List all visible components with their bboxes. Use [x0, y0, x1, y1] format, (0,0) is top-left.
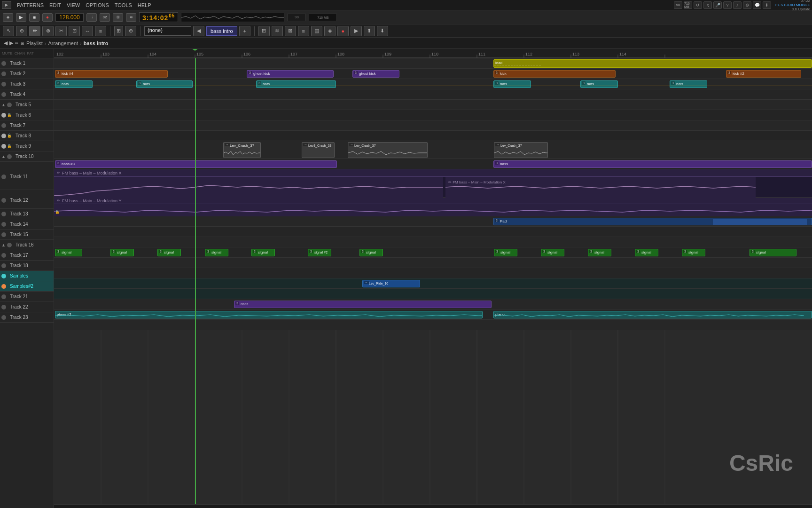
step-seq-btn[interactable]: ≋ — [272, 26, 283, 36]
clip-hats1[interactable]: 3 hats — [55, 80, 93, 88]
track-label-21[interactable]: Track 21 — [0, 292, 54, 302]
select-tool[interactable]: ⊡ — [69, 26, 80, 36]
track-label-23[interactable]: Track 23 — [0, 312, 54, 323]
loop-mode-btn[interactable]: ◈ — [3, 13, 13, 22]
clip-kick2[interactable]: 3 kick #2 — [726, 70, 801, 78]
track-row-4[interactable] — [54, 89, 812, 100]
clip-sig6[interactable]: 3 signal #2 — [308, 249, 331, 256]
track-1-mute[interactable] — [1, 61, 6, 66]
nav-back[interactable]: ◀ — [4, 40, 8, 46]
pattern-add[interactable]: + — [239, 26, 250, 36]
clip-hats2[interactable]: 3 hats — [136, 80, 193, 88]
clip-sig13[interactable]: 3 signal — [750, 249, 796, 256]
track-label-10[interactable]: ▲ Track 10 — [0, 151, 54, 162]
clip-crash3[interactable]: → Lev_Crash_37 — [348, 142, 428, 158]
clip-piano2[interactable]: piano #2 — [55, 311, 483, 318]
samples-dot[interactable] — [1, 274, 6, 278]
track-22-mute[interactable] — [1, 305, 6, 310]
track-label-5[interactable]: ▲ Track 5 — [0, 100, 54, 110]
plugin-btn[interactable]: ◈ — [324, 26, 336, 36]
settings-btn[interactable]: ⚙ — [743, 1, 751, 9]
track-9-mute[interactable] — [1, 144, 6, 149]
track-label-16[interactable]: ▲ Track 16 — [0, 240, 54, 250]
snap-btn[interactable]: ⊞ — [113, 13, 123, 22]
track-row-11[interactable]: ✏ FM bass – Main – Modulation X ✏ FM bas… — [54, 169, 812, 198]
draw-tool[interactable]: ✏ — [29, 26, 40, 36]
track-row-17[interactable] — [54, 258, 812, 268]
pattern-btn[interactable]: 32 — [100, 13, 110, 22]
track-row-5[interactable] — [54, 100, 812, 110]
track-row-16[interactable]: 3 signal 3 signal 3 signal 3 signal 3 — [54, 247, 812, 258]
track-row-samples2[interactable] — [54, 289, 812, 299]
track-row-samples[interactable]: → Lev_Ride_10 — [54, 278, 812, 289]
track-label-6[interactable]: 🔒 Track 6 — [0, 110, 54, 120]
clip-kick-main[interactable]: 3 kick — [493, 70, 616, 78]
track-row-15[interactable] — [54, 237, 812, 247]
clip-sig3[interactable]: 3 signal — [157, 249, 181, 256]
wave-btn[interactable]: ≋ — [126, 13, 136, 22]
clip-sig4[interactable]: 3 signal — [205, 249, 228, 256]
track-label-samples2[interactable]: Samples#2 — [0, 281, 54, 292]
breadcrumb-arrangement[interactable]: Arrangement — [48, 40, 78, 46]
track-6-mute[interactable] — [1, 113, 6, 118]
bpm-display[interactable]: 128.000 — [55, 13, 84, 22]
clip-sig11[interactable]: 3 signal — [635, 249, 658, 256]
track-10-mute[interactable] — [7, 154, 12, 159]
clip-ghost2[interactable]: 3 ghost kick — [352, 70, 399, 78]
track-row-1[interactable]: lead — [54, 58, 812, 69]
clip-sig5[interactable]: 3 signal — [251, 249, 275, 256]
track-row-21[interactable]: 3 riser — [54, 299, 812, 310]
browser-btn[interactable]: ▤ — [311, 26, 322, 36]
track-label-2[interactable]: Track 2 — [0, 69, 54, 79]
menu-view[interactable]: VIEW — [67, 2, 80, 8]
track-14-mute[interactable] — [1, 222, 6, 227]
menu-help[interactable]: HELP — [138, 2, 151, 8]
clip-sig8[interactable]: 3 signal — [494, 249, 517, 256]
clip-sig2[interactable]: 3 signal — [110, 249, 134, 256]
menu-tools[interactable]: TOOLS — [115, 2, 132, 8]
track-label-3[interactable]: Track 3 — [0, 79, 54, 89]
track-label-8[interactable]: 🔒 Track 8 — [0, 131, 54, 141]
track-row-10[interactable]: 3 bass #3 3 bass — [54, 159, 812, 169]
track-row-7[interactable] — [54, 120, 812, 131]
track-label-13[interactable]: Track 13 — [0, 209, 54, 219]
import-btn[interactable]: ⬇ — [377, 26, 388, 36]
track-8-mute[interactable] — [1, 134, 6, 138]
pattern-prev[interactable]: ◀ — [193, 26, 204, 36]
magnet-btn[interactable]: ⊕ — [125, 26, 136, 36]
menu-options[interactable]: OPTIONS — [86, 2, 109, 8]
export-btn[interactable]: ⬆ — [364, 26, 375, 36]
track-4-mute[interactable] — [1, 92, 6, 97]
samples2-dot[interactable] — [1, 284, 6, 289]
clip-hats3[interactable]: 3 hats — [256, 80, 336, 88]
mic-btn[interactable]: 🎤 — [713, 1, 722, 9]
track-5-arrow[interactable]: ▲ — [1, 103, 6, 107]
track-16-mute[interactable] — [7, 243, 12, 247]
track-label-15[interactable]: Track 15 — [0, 230, 54, 240]
track-16-arrow[interactable]: ▲ — [1, 243, 6, 247]
refresh-btn[interactable]: ↺ — [694, 1, 702, 9]
track-3-mute[interactable] — [1, 82, 6, 87]
mixer-btn[interactable]: ♫ — [703, 1, 712, 9]
cut-tool[interactable]: ✂ — [55, 26, 67, 36]
clip-sig7[interactable]: 3 signal — [359, 249, 383, 256]
track-13-mute[interactable] — [1, 212, 6, 216]
track-label-22[interactable]: Track 22 — [0, 302, 54, 312]
track-row-3[interactable]: 3 hats 3 hats 3 hats 3 hats 3 hats — [54, 79, 812, 89]
track-label-1[interactable]: Track 1 — [0, 58, 54, 69]
track-label-18[interactable]: Track 18 — [0, 261, 54, 271]
track-row-9[interactable]: → Lev_Crash_37 → Lev3_Crash_33 → Lev_Cra… — [54, 141, 812, 159]
clip-piano[interactable]: piano — [493, 311, 812, 318]
track-row-18[interactable] — [54, 268, 812, 278]
clip-sig12[interactable]: 3 signal — [682, 249, 705, 256]
pattern-name-badge[interactable]: bass intro — [206, 26, 237, 36]
track-11-mute[interactable] — [1, 175, 6, 179]
track-row-8[interactable] — [54, 131, 812, 141]
piano-btn[interactable]: ♪ — [733, 1, 742, 9]
snap-select[interactable]: ⊞ — [114, 26, 123, 36]
track-5-mute[interactable] — [7, 103, 12, 107]
clip-sig9[interactable]: 3 signal — [541, 249, 564, 256]
clip-bass3[interactable]: 3 bass #3 — [55, 160, 337, 168]
track-row-22[interactable]: piano #2 piano — [54, 310, 812, 320]
effects-btn[interactable]: ⊠ — [285, 26, 296, 36]
